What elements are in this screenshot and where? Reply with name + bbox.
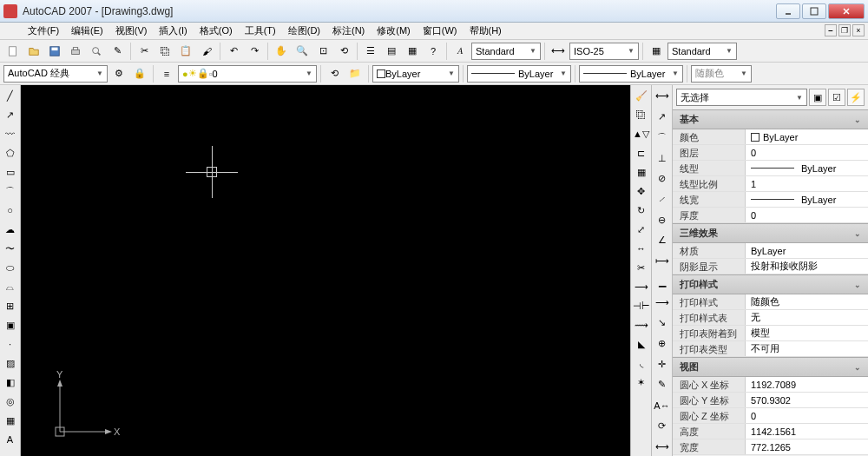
pan-icon[interactable]: ✋ bbox=[272, 42, 291, 61]
publish-icon[interactable]: ✎ bbox=[108, 42, 127, 61]
dimstyle-combo[interactable]: ISO-25▼ bbox=[569, 43, 639, 60]
line-icon[interactable]: ╱ bbox=[2, 87, 19, 104]
section-print[interactable]: 打印样式⌄ bbox=[673, 274, 868, 294]
dimord-icon[interactable]: ⊥ bbox=[653, 149, 672, 168]
ws-settings-icon[interactable]: ⚙ bbox=[109, 64, 128, 83]
close-button[interactable] bbox=[828, 3, 865, 19]
prop-row[interactable]: 图层0 bbox=[673, 145, 868, 161]
hatch-icon[interactable]: ▨ bbox=[2, 354, 19, 372]
qdim-icon[interactable]: ⟼ bbox=[653, 252, 672, 271]
dimupdate-icon[interactable]: ⟳ bbox=[653, 417, 672, 436]
menu-help[interactable]: 帮助(H) bbox=[464, 23, 507, 39]
prop-row[interactable]: 高度1142.1561 bbox=[673, 424, 868, 439]
maximize-button[interactable] bbox=[802, 3, 826, 19]
layermgr-icon[interactable]: ≡ bbox=[157, 64, 176, 83]
menu-insert[interactable]: 插入(I) bbox=[154, 23, 192, 39]
tolerance-icon[interactable]: ⊕ bbox=[653, 334, 672, 354]
section-basic[interactable]: 基本⌄ bbox=[673, 109, 868, 129]
move-icon[interactable]: ✥ bbox=[633, 182, 650, 200]
help-icon[interactable]: ? bbox=[424, 42, 443, 61]
scale-icon[interactable]: ⤢ bbox=[633, 221, 650, 238]
prop-row[interactable]: 宽度772.1265 bbox=[673, 439, 868, 455]
xline-icon[interactable]: ↗ bbox=[2, 106, 19, 123]
prop-row[interactable]: 阴影显示投射和接收阴影 bbox=[673, 259, 868, 274]
array-icon[interactable]: ▦ bbox=[633, 163, 650, 181]
dimbaseline-icon[interactable]: ▁ bbox=[653, 272, 672, 291]
fillet-icon[interactable]: ◟ bbox=[633, 354, 650, 372]
prop-value[interactable]: 模型 bbox=[746, 326, 868, 340]
menu-file[interactable]: 文件(F) bbox=[23, 23, 64, 39]
dimlinear-icon[interactable]: ⟷ bbox=[653, 87, 672, 106]
plotstyle-combo[interactable]: 随颜色▼ bbox=[691, 65, 752, 83]
prop-row[interactable]: 线宽ByLayer bbox=[673, 192, 868, 208]
menu-dim[interactable]: 标注(N) bbox=[327, 23, 370, 39]
copy2-icon[interactable]: ⿻ bbox=[633, 106, 650, 123]
paste-icon[interactable]: 📋 bbox=[176, 42, 195, 61]
tablestyle-combo[interactable]: Standard▼ bbox=[667, 43, 737, 60]
prop-row[interactable]: 打印样式随颜色 bbox=[673, 294, 868, 310]
layerstate-icon[interactable]: 📁 bbox=[345, 64, 365, 83]
mirror-icon[interactable]: ▲▽ bbox=[633, 125, 650, 142]
drawing-canvas[interactable]: Y X bbox=[21, 85, 630, 456]
layer-combo[interactable]: ●☀🔒▫ 0▼ bbox=[178, 65, 317, 83]
menu-edit[interactable]: 编辑(E) bbox=[66, 23, 108, 39]
match-icon[interactable]: 🖌 bbox=[197, 42, 216, 61]
mdi-minimize[interactable]: ‒ bbox=[825, 24, 837, 36]
polyline-icon[interactable]: 〰 bbox=[2, 125, 19, 142]
centermark-icon[interactable]: ✛ bbox=[653, 354, 672, 373]
menu-format[interactable]: 格式(O) bbox=[194, 23, 238, 39]
mdi-restore[interactable]: ❐ bbox=[838, 24, 851, 36]
ellipse-icon[interactable]: ⬭ bbox=[2, 259, 19, 276]
prop-row[interactable]: 打印表类型不可用 bbox=[673, 341, 868, 357]
offset-icon[interactable]: ⊏ bbox=[633, 144, 650, 162]
point-icon[interactable]: · bbox=[2, 335, 19, 353]
textstyle-icon[interactable]: 𝐴 bbox=[450, 42, 470, 61]
linetype-combo[interactable]: ByLayer▼ bbox=[467, 65, 571, 83]
undo-icon[interactable]: ↶ bbox=[224, 42, 243, 61]
print-icon[interactable] bbox=[66, 42, 85, 61]
open-icon[interactable] bbox=[24, 42, 43, 61]
color-combo[interactable]: ByLayer▼ bbox=[372, 65, 459, 83]
properties-icon[interactable]: ☰ bbox=[361, 42, 380, 61]
prop-value[interactable]: 570.9302 bbox=[746, 393, 868, 407]
quickselect-icon[interactable]: ☑ bbox=[828, 89, 845, 106]
qleader-icon[interactable]: ↘ bbox=[653, 314, 672, 333]
workspace-combo[interactable]: AutoCAD 经典▼ bbox=[3, 65, 108, 83]
mdi-close[interactable]: × bbox=[852, 24, 865, 36]
dimjogged-icon[interactable]: ⟋ bbox=[653, 190, 672, 209]
prop-row[interactable]: 厚度0 bbox=[673, 208, 868, 223]
prop-row[interactable]: 材质ByLayer bbox=[673, 243, 868, 259]
menu-draw[interactable]: 绘图(D) bbox=[283, 23, 326, 39]
spline-icon[interactable]: 〜 bbox=[2, 240, 19, 257]
prop-row[interactable]: 线型ByLayer bbox=[673, 161, 868, 176]
break-icon[interactable]: ⊣⊢ bbox=[633, 297, 650, 314]
extend-icon[interactable]: ⟶ bbox=[633, 278, 650, 295]
selection-combo[interactable]: 无选择▼ bbox=[676, 89, 807, 106]
region-icon[interactable]: ◎ bbox=[2, 393, 19, 410]
lineweight-combo[interactable]: ByLayer▼ bbox=[579, 65, 683, 83]
dimangular-icon[interactable]: ∠ bbox=[653, 231, 672, 250]
zoom-icon[interactable]: 🔍 bbox=[293, 42, 312, 61]
prop-value[interactable]: 1 bbox=[746, 176, 868, 191]
zoomwin-icon[interactable]: ⊡ bbox=[313, 42, 332, 61]
cut-icon[interactable]: ✂ bbox=[135, 42, 154, 61]
tablestyle-icon[interactable]: ▦ bbox=[647, 42, 666, 61]
dimdiameter-icon[interactable]: ⊖ bbox=[653, 210, 672, 229]
redo-icon[interactable]: ↷ bbox=[245, 42, 264, 61]
prop-row[interactable]: 颜色ByLayer bbox=[673, 129, 868, 145]
prop-value[interactable]: 1142.1561 bbox=[746, 424, 868, 439]
erase-icon[interactable]: 🧹 bbox=[633, 87, 650, 104]
arc-icon[interactable]: ⌒ bbox=[2, 182, 19, 200]
menu-modify[interactable]: 修改(M) bbox=[372, 23, 416, 39]
layerprev-icon[interactable]: ⟲ bbox=[325, 64, 344, 83]
dcenter-icon[interactable]: ▤ bbox=[382, 42, 401, 61]
menu-window[interactable]: 窗口(W) bbox=[418, 23, 463, 39]
prop-row[interactable]: 线型比例1 bbox=[673, 176, 868, 192]
insert-icon[interactable]: ⊞ bbox=[2, 297, 19, 314]
dimstyle2-icon[interactable]: ⟷ bbox=[653, 437, 672, 456]
new-icon[interactable] bbox=[3, 42, 23, 61]
rotate-icon[interactable]: ↻ bbox=[633, 202, 650, 219]
prop-row[interactable]: 打印表附着到模型 bbox=[673, 326, 868, 341]
revcloud-icon[interactable]: ☁ bbox=[2, 221, 19, 238]
dimtedit-icon[interactable]: A↔ bbox=[653, 396, 672, 415]
